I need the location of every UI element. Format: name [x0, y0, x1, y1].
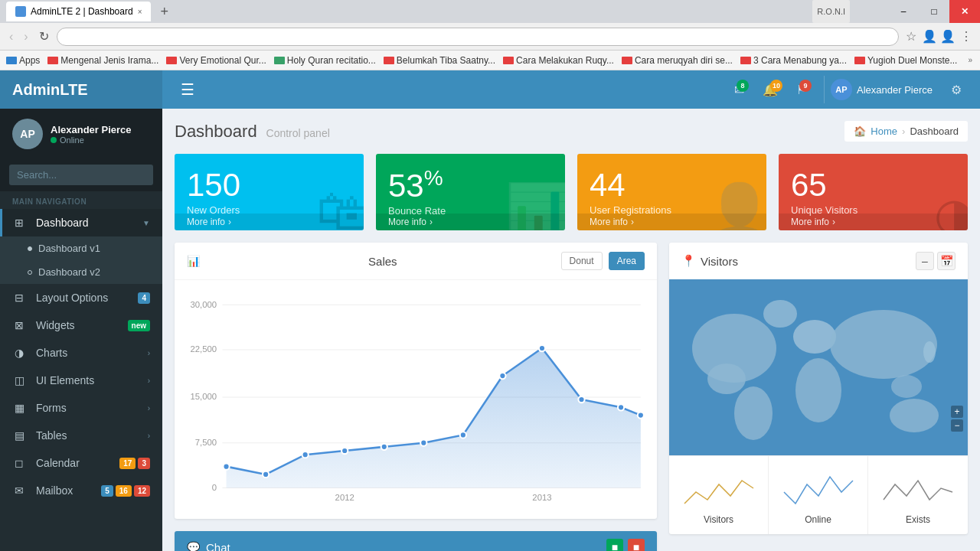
- sub-item-dot: [28, 246, 32, 251]
- world-map-svg: + −: [669, 279, 968, 455]
- address-bar[interactable]: file:///C:/Users/RIFAHNI/Downloads/Compr…: [57, 28, 899, 46]
- visitors-card: 📍 Visitors – 📅: [669, 243, 968, 534]
- svg-text:−: −: [954, 420, 959, 431]
- chat-minimize-button[interactable]: ■: [606, 539, 623, 551]
- info-box-number: 150: [187, 169, 240, 201]
- avatar: AP: [12, 119, 43, 149]
- bookmark-1[interactable]: Mengenal Jenis Irama...: [47, 55, 158, 66]
- bookmark-2[interactable]: Very Emotional Qur...: [166, 55, 266, 66]
- back-button[interactable]: ‹: [6, 28, 16, 45]
- sidebar-item-ui[interactable]: ◫ UI Elements ›: [0, 367, 162, 394]
- browser-tab[interactable]: AdminLTE 2 | Dashboard ×: [6, 2, 151, 21]
- svg-text:22,500: 22,500: [191, 344, 217, 354]
- profile-icon[interactable]: 👤: [940, 29, 956, 44]
- settings-icon[interactable]: ⚙: [945, 77, 968, 103]
- info-box-footer[interactable]: More info ›: [779, 214, 968, 230]
- sales-chart-svg: 30,000 22,500 15,000 7,500 0: [187, 292, 645, 507]
- sidebar-sub-item-v2[interactable]: Dashboard v2: [0, 260, 162, 284]
- breadcrumb: 🏠 Home › Dashboard: [844, 121, 968, 142]
- bookmark-3[interactable]: Holy Quran recitatio...: [274, 55, 376, 66]
- extension-icon[interactable]: 👤: [922, 29, 937, 44]
- bookmark-icon[interactable]: ☆: [903, 29, 919, 44]
- sidebar-item-label: Calendar: [36, 457, 119, 469]
- sidebar-item-mailbox[interactable]: ✉ Mailbox 5 16 12: [0, 477, 162, 504]
- svg-text:30,000: 30,000: [191, 300, 217, 309]
- svg-point-19: [539, 345, 545, 351]
- bookmark-apps[interactable]: Apps: [6, 55, 40, 66]
- bookmark-label: Cara meruqyah diri se...: [635, 55, 733, 66]
- page-title-wrap: Dashboard Control panel: [175, 122, 330, 142]
- new-tab-button[interactable]: +: [154, 2, 175, 21]
- info-box-footer[interactable]: More info ›: [175, 214, 364, 230]
- sidebar-item-calendar[interactable]: ◻ Calendar 17 3: [0, 449, 162, 477]
- visitors-header: 📍 Visitors – 📅: [669, 243, 968, 279]
- mail-icon: ✉: [15, 484, 30, 497]
- menu-icon[interactable]: ⋮: [959, 29, 974, 44]
- charts-icon: ◑: [15, 347, 30, 359]
- mailbox-badge-16: 16: [116, 485, 132, 497]
- map-stat-exists: Exists: [868, 456, 968, 534]
- bookmark-8[interactable]: Yugioh Duel Monste...: [854, 55, 957, 66]
- bookmarks-more-button[interactable]: »: [968, 56, 972, 64]
- svg-point-31: [830, 310, 937, 379]
- messages-button[interactable]: ✉ 8: [727, 77, 752, 103]
- breadcrumb-home[interactable]: Home: [871, 126, 897, 137]
- notifications-button[interactable]: 🔔 10: [755, 77, 786, 103]
- area-button[interactable]: Area: [609, 252, 645, 270]
- sidebar-item-forms[interactable]: ▦ Forms ›: [0, 394, 162, 422]
- reload-button[interactable]: ↻: [36, 28, 52, 45]
- sidebar-sub-item-v1[interactable]: Dashboard v1: [0, 236, 162, 260]
- layout-badge: 4: [138, 292, 150, 304]
- info-box-number: 44: [590, 169, 671, 201]
- navbar-user[interactable]: AP Alexander Pierce: [824, 76, 939, 103]
- tab-title: AdminLTE 2 | Dashboard: [31, 6, 133, 17]
- browser-titlebar: AdminLTE 2 | Dashboard × + R.O.N.I – □ ✕: [0, 0, 980, 23]
- sidebar-item-label: UI Elements: [36, 374, 148, 386]
- visitors-minus-button[interactable]: –: [916, 252, 934, 270]
- map-stat-visitors: Visitors: [669, 456, 769, 534]
- bookmark-4[interactable]: Belumkah Tiba Saatny...: [384, 55, 495, 66]
- bookmark-5[interactable]: Cara Melakukan Ruqy...: [503, 55, 614, 66]
- svg-point-21: [618, 404, 624, 410]
- bookmark-7[interactable]: 3 Cara Menabung ya...: [740, 55, 847, 66]
- sales-card-header: 📊 Sales Donut Area: [175, 243, 657, 280]
- tab-close-button[interactable]: ×: [138, 8, 142, 16]
- close-button[interactable]: ✕: [949, 0, 980, 23]
- chat-controls: ■ ■: [606, 539, 645, 551]
- tasks-button[interactable]: ⚑ 9: [789, 77, 815, 103]
- right-column: 📍 Visitors – 📅: [669, 243, 968, 551]
- sidebar: AdminLTE AP Alexander Pierce Online 🔍 MA…: [0, 70, 162, 551]
- forward-button[interactable]: ›: [21, 28, 31, 45]
- sidebar-item-charts[interactable]: ◑ Charts ›: [0, 339, 162, 367]
- chat-close-button[interactable]: ■: [628, 539, 645, 551]
- bookmark-favicon: [854, 57, 865, 64]
- svg-point-22: [638, 412, 644, 418]
- tab-favicon: [15, 6, 26, 17]
- svg-point-32: [891, 375, 922, 398]
- sidebar-item-widgets[interactable]: ⊠ Widgets new: [0, 311, 162, 339]
- browser-actions: ☆ 👤 👤 ⋮: [903, 29, 974, 44]
- calendar-badge-17: 17: [119, 458, 136, 469]
- donut-button[interactable]: Donut: [561, 252, 603, 270]
- sidebar-item-layout[interactable]: ⊟ Layout Options 4: [0, 284, 162, 311]
- bookmark-favicon: [166, 57, 177, 64]
- navbar-avatar: AP: [831, 79, 852, 100]
- svg-point-34: [890, 399, 939, 432]
- sidebar-toggle-button[interactable]: ☰: [175, 77, 201, 102]
- sales-card-title: Sales: [368, 255, 397, 268]
- bookmark-label: Cara Melakukan Ruqy...: [516, 55, 614, 66]
- svg-point-28: [734, 386, 773, 440]
- bookmark-label: Very Emotional Qur...: [179, 55, 266, 66]
- maximize-button[interactable]: □: [919, 0, 949, 23]
- search-input[interactable]: [9, 165, 153, 185]
- visitors-calendar-button[interactable]: 📅: [937, 252, 956, 270]
- svg-text:2012: 2012: [335, 493, 354, 502]
- bookmark-6[interactable]: Cara meruqyah diri se...: [622, 55, 733, 66]
- minimize-button[interactable]: –: [888, 0, 919, 23]
- sidebar-item-dashboard[interactable]: ⊞ Dashboard ▼: [0, 209, 162, 236]
- info-box-footer[interactable]: More info ›: [577, 214, 766, 230]
- info-box-label: Bounce Rate: [388, 205, 446, 217]
- svg-marker-10: [227, 348, 641, 487]
- chat-card: 💬 Chat ■ ■ M M: [175, 531, 657, 551]
- sidebar-item-tables[interactable]: ▤ Tables ›: [0, 422, 162, 449]
